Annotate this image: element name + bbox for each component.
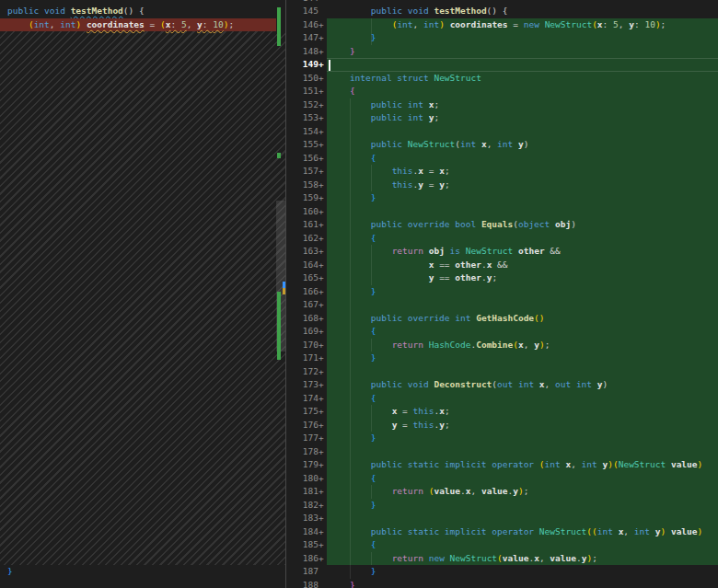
left-code-line[interactable] xyxy=(0,579,276,588)
right-code-line[interactable]: 147+ } xyxy=(286,31,718,45)
right-code-line[interactable]: 188 } xyxy=(286,579,718,588)
right-code-line[interactable]: 158+ this.y = y; xyxy=(286,179,718,192)
line-number-gutter[interactable]: 185+ xyxy=(286,538,327,552)
right-code-line[interactable]: 164+ x == other.x && xyxy=(286,259,718,272)
right-code-line[interactable]: 148+ } xyxy=(286,45,718,59)
right-code-line[interactable]: 157+ this.x = x; xyxy=(286,165,718,179)
right-code-line[interactable]: 168+ public override int GetHashCode() xyxy=(286,312,718,326)
line-number-gutter[interactable]: 177+ xyxy=(286,432,327,445)
line-number-gutter[interactable]: 183+ xyxy=(286,512,327,525)
line-number-gutter[interactable]: 171+ xyxy=(286,352,327,365)
right-code-line[interactable]: 163+ return obj is NewStruct other && xyxy=(286,245,718,259)
line-number-gutter[interactable]: 188 xyxy=(286,579,327,588)
line-number-gutter[interactable]: 161+ xyxy=(286,218,327,232)
right-code-line[interactable]: 174+ { xyxy=(286,392,718,406)
right-code-line[interactable]: 181+ return (value.x, value.y); xyxy=(286,485,718,499)
line-number-gutter[interactable]: 182+ xyxy=(286,499,327,513)
line-number-gutter[interactable]: 181+ xyxy=(286,485,327,499)
right-code-line[interactable]: 156+ { xyxy=(286,152,718,166)
right-code-line[interactable]: 159+ } xyxy=(286,191,718,205)
right-code-line[interactable]: 167+ xyxy=(286,298,718,312)
right-code-line[interactable]: 153+ public int y; xyxy=(286,111,718,125)
line-number-gutter[interactable]: 152+ xyxy=(286,98,327,112)
code-token: { xyxy=(371,153,376,163)
right-code-line[interactable]: 182+ } xyxy=(286,499,718,513)
line-number-gutter[interactable]: 176+ xyxy=(286,419,327,432)
added-code-content: } xyxy=(327,45,718,59)
right-code-line[interactable]: 175+ x = this.x; xyxy=(286,405,718,419)
line-number-gutter[interactable]: 150+ xyxy=(286,72,327,86)
left-code-line[interactable]: public void testMethod() { xyxy=(0,5,276,18)
right-code-line[interactable]: 173+ public void Deconstruct(out int x, … xyxy=(286,378,718,392)
line-number-gutter[interactable]: 148+ xyxy=(286,45,327,59)
line-number-gutter[interactable]: 173+ xyxy=(286,378,327,392)
line-number-gutter[interactable]: 159+ xyxy=(286,191,327,205)
right-editor-pane[interactable]: 144145 public void testMethod() {146+ (i… xyxy=(286,0,718,588)
line-number-gutter[interactable]: 157+ xyxy=(286,165,327,179)
right-code-line[interactable]: 184+ public static implicit operator New… xyxy=(286,525,718,539)
line-number-gutter[interactable]: 186+ xyxy=(286,552,327,566)
code-token: ; xyxy=(445,420,450,430)
line-number-gutter[interactable]: 163+ xyxy=(286,245,327,259)
right-code-line[interactable]: 161+ public override bool Equals(object … xyxy=(286,218,718,232)
right-code-line[interactable]: 186+ return new NewStruct(value.x, value… xyxy=(286,552,718,566)
right-code-line[interactable]: 179+ public static implicit operator (in… xyxy=(286,458,718,472)
left-editor-pane[interactable]: public void testMethod() { (int, int) co… xyxy=(0,0,285,588)
right-code-line[interactable]: 160+ xyxy=(286,205,718,219)
right-code-line[interactable]: 172+ xyxy=(286,365,718,379)
line-number-gutter[interactable]: 151+ xyxy=(286,85,327,98)
right-code-line[interactable]: 155+ public NewStruct(int x, int y) xyxy=(286,138,718,152)
line-number-gutter[interactable]: 156+ xyxy=(286,152,327,166)
right-code-line[interactable]: 145 public void testMethod() { xyxy=(286,5,718,18)
right-code-line[interactable]: 187 } xyxy=(286,565,718,579)
right-code-line[interactable]: 151+ { xyxy=(286,85,718,98)
right-code-line[interactable]: 165+ y == other.y; xyxy=(286,271,718,285)
right-code-line[interactable]: 185+ { xyxy=(286,538,718,552)
line-number-gutter[interactable]: 174+ xyxy=(286,392,327,406)
right-code-line[interactable]: 149+ xyxy=(286,58,718,72)
line-number-gutter[interactable]: 146+ xyxy=(286,18,327,32)
line-number-gutter[interactable]: 178+ xyxy=(286,445,327,459)
right-code-line[interactable]: 169+ { xyxy=(286,325,718,339)
line-number-gutter[interactable]: 175+ xyxy=(286,405,327,419)
left-code-line[interactable]: (int, int) coordinates = (x: 5, y: 10); xyxy=(0,18,276,32)
right-code-line[interactable]: 154+ xyxy=(286,125,718,139)
code-token: public void xyxy=(7,6,71,16)
code-token xyxy=(329,86,350,96)
line-number-gutter[interactable]: 167+ xyxy=(286,298,327,312)
line-number-gutter[interactable]: 169+ xyxy=(286,325,327,339)
right-code-line[interactable]: 152+ public int x; xyxy=(286,98,718,112)
line-number-gutter[interactable]: 154+ xyxy=(286,125,327,139)
right-code-line[interactable]: 150+ internal struct NewStruct xyxy=(286,72,718,86)
line-number-gutter[interactable]: 160+ xyxy=(286,205,327,219)
right-code-line[interactable]: 146+ (int, int) coordinates = new NewStr… xyxy=(286,18,718,32)
line-number-gutter[interactable]: 164+ xyxy=(286,259,327,272)
line-number-gutter[interactable]: 155+ xyxy=(286,138,327,152)
line-number-gutter[interactable]: 162+ xyxy=(286,232,327,246)
line-number-gutter[interactable]: 165+ xyxy=(286,271,327,285)
right-code-line[interactable]: 176+ y = this.y; xyxy=(286,419,718,432)
line-number-gutter[interactable]: 168+ xyxy=(286,312,327,326)
line-number-gutter[interactable]: 172+ xyxy=(286,365,327,379)
line-number-gutter[interactable]: 179+ xyxy=(286,458,327,472)
line-number-gutter[interactable]: 187 xyxy=(286,565,327,579)
right-code-line[interactable]: 178+ xyxy=(286,445,718,459)
line-number-gutter[interactable]: 147+ xyxy=(286,31,327,45)
line-number-gutter[interactable]: 158+ xyxy=(286,179,327,192)
line-number-gutter[interactable]: 149+ xyxy=(286,58,327,72)
right-code-line[interactable]: 162+ { xyxy=(286,232,718,246)
right-code-line[interactable]: 183+ xyxy=(286,512,718,525)
diff-added-sign: + xyxy=(318,218,327,232)
right-code-line[interactable]: 166+ } xyxy=(286,285,718,299)
left-code-line[interactable]: } xyxy=(0,565,276,579)
right-code-line[interactable]: 177+ } xyxy=(286,432,718,445)
line-number-gutter[interactable]: 153+ xyxy=(286,111,327,125)
line-number-gutter[interactable]: 145 xyxy=(286,5,327,18)
line-number-gutter[interactable]: 170+ xyxy=(286,339,327,352)
line-number-gutter[interactable]: 166+ xyxy=(286,285,327,299)
line-number-gutter[interactable]: 184+ xyxy=(286,525,327,539)
right-code-line[interactable]: 170+ return HashCode.Combine(x, y); xyxy=(286,339,718,352)
right-code-line[interactable]: 180+ { xyxy=(286,472,718,486)
line-number-gutter[interactable]: 180+ xyxy=(286,472,327,486)
right-code-line[interactable]: 171+ } xyxy=(286,352,718,365)
